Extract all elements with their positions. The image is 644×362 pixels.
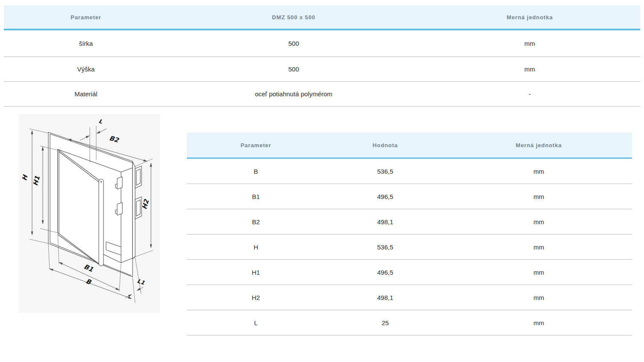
- product-spec-table: Parameter DMZ 500 x 500 Merná jednotka š…: [4, 6, 640, 107]
- dim-name: B1: [187, 184, 325, 209]
- table-row: B2 498,1 mm: [187, 209, 632, 234]
- table-row: Výška 500 mm: [4, 57, 640, 82]
- dim-name: H2: [187, 285, 325, 310]
- table-header-row: Parameter DMZ 500 x 500 Merná jednotka: [4, 6, 640, 30]
- table-row: H2 498,1 mm: [187, 285, 632, 310]
- param-unit: -: [419, 82, 640, 106]
- dim-label-l1: L1: [136, 278, 145, 286]
- col-header-parameter: Parameter: [187, 133, 325, 157]
- table-row: B 536,5 mm: [187, 159, 632, 184]
- dim-unit: mm: [446, 310, 632, 335]
- dim-value: 536,5: [325, 159, 446, 184]
- table-row: L 25 mm: [187, 310, 632, 335]
- dim-label-b2: B2: [108, 134, 120, 145]
- param-name: Materiál: [4, 82, 168, 106]
- param-value: 500: [168, 30, 419, 56]
- table-header-row: Parameter Hodnota Merná jednotka: [187, 133, 632, 159]
- param-name: šírka: [4, 30, 168, 56]
- param-unit: mm: [419, 57, 640, 81]
- dim-name: H1: [187, 260, 325, 285]
- col-header-unit: Merná jednotka: [419, 6, 640, 29]
- dim-unit: mm: [446, 285, 632, 310]
- dim-label-b: B: [85, 277, 93, 286]
- table-row: H1 496,5 mm: [187, 260, 632, 285]
- dim-name: B: [187, 159, 325, 184]
- dim-label-h1: H1: [32, 175, 41, 187]
- param-unit: mm: [419, 30, 640, 56]
- dimensions-table: Parameter Hodnota Merná jednotka B 536,5…: [187, 133, 632, 335]
- dim-name: B2: [187, 209, 325, 234]
- dim-label-h2: H2: [141, 198, 151, 210]
- dim-value: 496,5: [325, 260, 446, 285]
- dim-unit: mm: [446, 184, 632, 209]
- dim-unit: mm: [446, 260, 632, 285]
- table-row: H 536,5 mm: [187, 234, 632, 260]
- col-header-parameter: Parameter: [4, 6, 168, 29]
- param-value: 500: [168, 57, 419, 81]
- dim-value: 536,5: [325, 234, 446, 259]
- diagram-panel: L B2 H H1 H2 B1 B L1: [18, 114, 160, 313]
- col-header-unit: Merná jednotka: [446, 133, 632, 157]
- param-name: Výška: [4, 57, 168, 81]
- dim-label-b1: B1: [83, 263, 94, 273]
- dim-unit: mm: [446, 159, 632, 184]
- dim-value: 498,1: [325, 209, 446, 234]
- dim-value: 496,5: [325, 184, 446, 209]
- dim-name: H: [187, 234, 325, 259]
- access-door-diagram: L B2 H H1 H2 B1 B L1: [18, 114, 160, 313]
- dim-label-h: H: [21, 174, 30, 181]
- table-row: Materiál oceľ potiahnutá polymérom -: [4, 82, 640, 107]
- dim-unit: mm: [446, 234, 632, 259]
- col-header-value: Hodnota: [325, 133, 446, 157]
- dim-unit: mm: [446, 209, 632, 234]
- table-row: šírka 500 mm: [4, 30, 640, 57]
- col-header-product: DMZ 500 x 500: [168, 6, 419, 29]
- product-spec-page: { "colors": { "accent_blue": "#60bfe0", …: [0, 0, 644, 362]
- dim-value: 25: [325, 310, 446, 335]
- dim-value: 498,1: [325, 285, 446, 310]
- table-row: B1 496,5 mm: [187, 184, 632, 209]
- dim-label-l: L: [98, 118, 103, 125]
- param-value: oceľ potiahnutá polymérom: [168, 82, 419, 106]
- dim-name: L: [187, 310, 325, 335]
